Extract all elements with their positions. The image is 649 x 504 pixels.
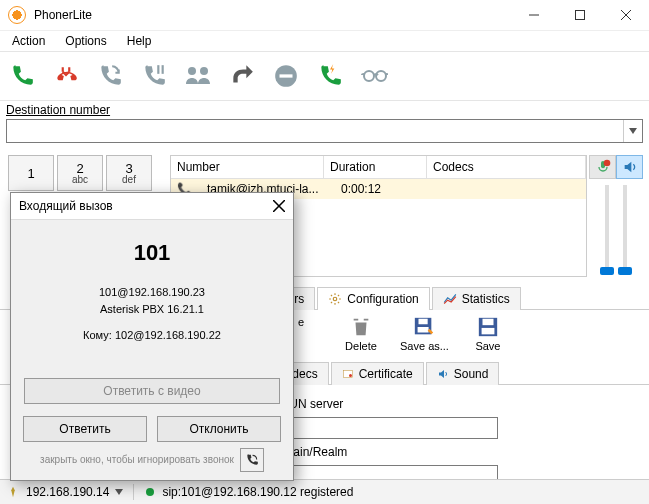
menu-help[interactable]: Help bbox=[119, 32, 160, 50]
stun-input[interactable] bbox=[268, 417, 498, 439]
dialpad-2[interactable]: 2abc bbox=[57, 155, 103, 191]
conference-icon[interactable] bbox=[184, 62, 212, 90]
floppy-pencil-icon bbox=[413, 316, 435, 338]
hangup-icon[interactable] bbox=[52, 62, 80, 90]
save-button[interactable]: Save bbox=[467, 316, 509, 352]
incoming-caller: 101 bbox=[23, 240, 281, 266]
trash-icon bbox=[350, 316, 372, 338]
svg-point-10 bbox=[603, 160, 610, 167]
dialpad-3[interactable]: 3def bbox=[106, 155, 152, 191]
redial-icon[interactable] bbox=[96, 62, 124, 90]
dnd-icon[interactable] bbox=[272, 62, 300, 90]
window-title: PhonerLite bbox=[34, 8, 92, 22]
svg-rect-14 bbox=[419, 319, 428, 325]
svg-rect-1 bbox=[157, 65, 159, 74]
chevron-down-icon[interactable] bbox=[115, 489, 123, 493]
svg-rect-17 bbox=[482, 319, 493, 325]
call-waiting-icon[interactable] bbox=[316, 62, 344, 90]
subtab-certificate[interactable]: Certificate bbox=[331, 362, 424, 385]
svg-rect-2 bbox=[162, 65, 164, 74]
close-button[interactable] bbox=[603, 0, 649, 30]
speaker-icon[interactable] bbox=[616, 155, 643, 179]
svg-rect-13 bbox=[418, 327, 429, 333]
status-local-ip: 192.168.190.14 bbox=[26, 485, 109, 493]
destination-input[interactable] bbox=[7, 120, 623, 142]
incoming-uri: 101@192.168.190.23 bbox=[23, 284, 281, 301]
svg-rect-16 bbox=[482, 328, 495, 334]
callback-button[interactable] bbox=[240, 448, 264, 472]
svg-point-20 bbox=[146, 488, 154, 493]
svg-point-11 bbox=[334, 297, 338, 301]
incoming-hint: закрыть окно, чтобы игнорировать звонок bbox=[40, 454, 234, 465]
svg-rect-0 bbox=[576, 11, 585, 20]
subtab-sound[interactable]: Sound bbox=[426, 362, 500, 385]
tab-configuration[interactable]: Configuration bbox=[317, 287, 429, 310]
chart-icon bbox=[443, 292, 457, 306]
col-number[interactable]: Number bbox=[171, 156, 324, 178]
transfer-icon[interactable] bbox=[228, 62, 256, 90]
floppy-icon bbox=[477, 316, 499, 338]
gear-icon bbox=[328, 292, 342, 306]
incoming-call-dialog: Входящий вызов 101 101@192.168.190.23 As… bbox=[10, 192, 294, 481]
certificate-icon bbox=[342, 368, 354, 380]
hold-icon[interactable] bbox=[140, 62, 168, 90]
decline-button[interactable]: Отклонить bbox=[157, 416, 281, 442]
call-row-duration: 0:00:12 bbox=[335, 182, 437, 196]
dialpad-1[interactable]: 1 bbox=[8, 155, 54, 191]
status-registration: sip:101@192.168.190.12 registered bbox=[162, 485, 353, 493]
tab-statistics[interactable]: Statistics bbox=[432, 287, 521, 310]
sound-icon bbox=[437, 368, 449, 380]
app-icon bbox=[8, 6, 26, 24]
anonymous-icon[interactable] bbox=[360, 62, 388, 90]
svg-rect-6 bbox=[280, 74, 293, 77]
network-icon bbox=[6, 485, 20, 493]
mic-slider[interactable] bbox=[605, 185, 609, 275]
minimize-button[interactable] bbox=[511, 0, 557, 30]
mic-mute-icon[interactable] bbox=[589, 155, 616, 179]
svg-point-3 bbox=[188, 67, 196, 75]
answer-video-button[interactable]: Ответить с видео bbox=[24, 378, 280, 404]
call-icon[interactable] bbox=[8, 62, 36, 90]
destination-label: Destination number bbox=[6, 103, 643, 117]
destination-dropdown[interactable] bbox=[623, 120, 642, 142]
menu-action[interactable]: Action bbox=[4, 32, 53, 50]
incoming-to: Кому: 102@192.168.190.22 bbox=[23, 327, 281, 344]
incoming-close-button[interactable] bbox=[273, 200, 285, 212]
menu-options[interactable]: Options bbox=[57, 32, 114, 50]
col-codecs[interactable]: Codecs bbox=[427, 156, 586, 178]
save-as-button[interactable]: Save as... bbox=[400, 316, 449, 352]
svg-point-19 bbox=[349, 374, 352, 377]
svg-point-7 bbox=[364, 71, 374, 81]
col-duration[interactable]: Duration bbox=[324, 156, 427, 178]
svg-point-4 bbox=[200, 67, 208, 75]
speaker-slider[interactable] bbox=[623, 185, 627, 275]
answer-button[interactable]: Ответить bbox=[23, 416, 147, 442]
status-dot-icon bbox=[144, 486, 156, 493]
maximize-button[interactable] bbox=[557, 0, 603, 30]
svg-point-8 bbox=[376, 71, 386, 81]
incoming-server: Asterisk PBX 16.21.1 bbox=[23, 301, 281, 318]
delete-button[interactable]: Delete bbox=[340, 316, 382, 352]
incoming-title: Входящий вызов bbox=[19, 199, 273, 213]
